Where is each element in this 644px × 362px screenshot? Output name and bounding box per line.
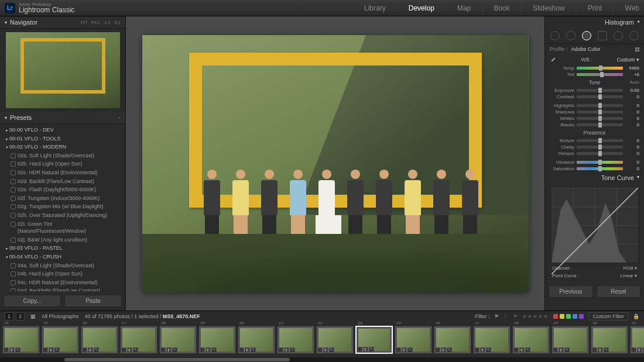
grid-icon[interactable]: ▦ (30, 313, 36, 319)
texture-slider[interactable]: Texture0 (545, 137, 644, 144)
tone-curve-header[interactable]: Tone Curve ▾ (545, 172, 644, 184)
flag-pick-icon[interactable]: ⚑ (494, 313, 499, 319)
histogram-header[interactable]: Histogram ◂ (545, 16, 644, 28)
whites-slider[interactable]: Whites0 (545, 115, 644, 122)
auto-button[interactable]: Auto (630, 80, 639, 85)
zoom-1:1[interactable]: 1:1 (104, 20, 111, 25)
contrast-slider[interactable]: Contrast0 (545, 94, 644, 100)
star-filter[interactable]: ★★★★★ (522, 313, 549, 319)
profile-row[interactable]: Profile : Adobe Color (545, 44, 644, 54)
preset-group[interactable]: 00-04 VFLO - CRUSH (0, 253, 125, 261)
paste-button[interactable]: Paste (64, 295, 122, 307)
saturation-slider[interactable]: Saturation0 (545, 166, 644, 172)
zoom-FIT[interactable]: FIT (81, 20, 88, 25)
plus-icon[interactable]: + (118, 115, 121, 120)
preset-item[interactable]: 02d. Backlit (Flare/Low Contrast) (0, 177, 125, 186)
filmstrip-thumb[interactable]: 29⬚◧✎ (551, 326, 589, 354)
filmstrip-thumb[interactable]: 17⬚◧✎ (120, 326, 157, 354)
shadows-slider[interactable]: Shadows0 (545, 109, 644, 115)
svg-line-0 (551, 188, 638, 274)
develop-tools (545, 28, 644, 44)
clarity-slider[interactable]: Clarity0 (545, 144, 644, 150)
filmstrip-scrollbar[interactable] (0, 357, 644, 362)
navigator-header[interactable]: ▾ Navigator FITFILL1:13:1 (0, 16, 125, 29)
zoom-3:1[interactable]: 3:1 (114, 20, 121, 25)
loupe-view[interactable] (126, 16, 544, 311)
copy-button[interactable]: Copy... (4, 295, 61, 307)
highlights-slider[interactable]: Highlights0 (545, 102, 644, 109)
secondary-display[interactable]: 12 (5, 312, 25, 320)
caret-down-icon: ▾ (637, 174, 639, 181)
tint-slider[interactable]: Tint+6 (545, 71, 644, 78)
presets-header[interactable]: ▾ Presets + (0, 112, 125, 124)
module-book[interactable]: Book (494, 4, 509, 12)
flag-unflag-icon[interactable]: ⚐ (503, 313, 508, 319)
preset-item[interactable]: 04b. Hard Light (Open Sun) (0, 270, 125, 278)
crop-tool-icon[interactable] (550, 31, 560, 40)
filmstrip-source[interactable]: All Photographs (42, 313, 79, 319)
module-develop[interactable]: Develop (409, 4, 434, 12)
filmstrip-thumb[interactable]: 30⬚◧✎ (591, 326, 628, 354)
preset-item[interactable]: 02b. Hard Light (Open Sun) (0, 160, 125, 168)
filmstrip-thumb[interactable]: 21⬚◧✎ (277, 326, 314, 354)
preset-item[interactable]: 02f. Tungsten (Indoor/3000-4000K) (0, 194, 125, 203)
preset-item[interactable]: 02j. B&W (Any light condition) (0, 236, 125, 244)
filmstrip-thumb[interactable]: 20⬚◧✎ (238, 326, 275, 354)
preset-group[interactable]: 00-01 VFLO - TOOLS (0, 135, 125, 143)
filmstrip-thumb[interactable]: 15⬚◧✎ (42, 326, 79, 354)
filmstrip-thumb[interactable]: 22⬚◧✎ (316, 326, 354, 354)
filmstrip-thumb[interactable]: 14⬚◧✎ (2, 326, 40, 354)
preset-group[interactable]: 00-02 VFLO - MODERN (0, 143, 125, 151)
module-web[interactable]: Web (625, 4, 639, 12)
preset-item[interactable]: 02h. Over Saturated (Uplight/Dancing) (0, 211, 125, 220)
filmstrip-thumb[interactable]: 27⬚◧✎ (473, 326, 511, 354)
filmstrip-thumb[interactable]: 16⬚◧✎ (81, 326, 118, 354)
wb-value[interactable]: Custom ▾ (616, 57, 639, 63)
lock-icon[interactable]: 🔒 (633, 313, 639, 319)
vibrance-slider[interactable]: Vibrance0 (545, 159, 644, 166)
preset-item[interactable]: 02g. Tungsten Mix (w/ Blue Daylight) (0, 202, 125, 211)
filmstrip-thumb[interactable]: 19⬚◧✎ (198, 326, 236, 354)
left-panel: ▾ Navigator FITFILL1:13:1 ▾ Presets + 00… (0, 16, 126, 311)
module-map[interactable]: Map (457, 4, 471, 12)
navigator-thumbnail[interactable] (6, 32, 120, 108)
profile-browser-icon[interactable] (635, 47, 639, 51)
preset-item[interactable]: 02e. Flash (Daylight/5000-6000K) (0, 185, 125, 194)
custom-filter[interactable]: Custom Filter (588, 312, 628, 320)
preset-group[interactable]: 00-00 VFLO - DEV (0, 126, 125, 135)
module-library[interactable]: Library (364, 4, 386, 12)
presets-title: Presets (10, 114, 32, 121)
preset-item[interactable]: 04d. Backlight (Flare/Low Contrast) (0, 287, 125, 291)
brush-tool-icon[interactable] (629, 31, 639, 40)
previous-button[interactable]: Previous (549, 285, 593, 298)
filmstrip-thumb[interactable]: 26⬚◧✎ (434, 326, 471, 354)
radial-tool-icon[interactable] (614, 31, 623, 40)
filmstrip-thumb[interactable]: 31⬚◧✎ (630, 326, 644, 354)
filmstrip-thumb[interactable]: 18⬚◧✎ (159, 326, 197, 354)
blacks-slider[interactable]: Blacks0 (545, 122, 644, 128)
color-filter[interactable] (553, 314, 584, 319)
exposure-slider[interactable]: Exposure0.00 (545, 87, 644, 94)
navigator-title: Navigator (10, 19, 37, 26)
filmstrip-thumb[interactable]: 28⬚◧✎ (512, 326, 550, 354)
reset-button[interactable]: Reset (597, 285, 641, 298)
redeye-tool-icon[interactable] (582, 31, 591, 40)
filmstrip-thumb[interactable]: 24⬚◧✎ (355, 326, 393, 354)
dehaze-slider[interactable]: Dehaze0 (545, 150, 644, 157)
module-slideshow[interactable]: Slideshow (533, 4, 565, 12)
flag-reject-icon[interactable]: ⚑ (513, 313, 518, 319)
temp-slider[interactable]: Temp5488 (545, 65, 644, 71)
spot-tool-icon[interactable] (566, 31, 576, 40)
preset-item[interactable]: 02i. Green Tint (Nature/Fluorescent/Wind… (0, 220, 125, 236)
module-print[interactable]: Print (588, 4, 602, 12)
preset-item[interactable]: 02a. Soft Light (Shade/Overcast) (0, 151, 125, 160)
preset-item[interactable]: 02c. HDR Natural (Environmental) (0, 168, 125, 177)
preset-group[interactable]: 00-03 VFLO - PASTEL (0, 244, 125, 253)
preset-item[interactable]: 04a. Soft Light (Shade/Overcast) (0, 261, 125, 270)
filmstrip-thumb[interactable]: 25⬚◧✎ (395, 326, 432, 354)
tone-curve-graph[interactable] (551, 187, 639, 263)
eyedropper-icon[interactable] (550, 56, 557, 63)
grad-tool-icon[interactable] (598, 31, 607, 40)
zoom-FILL[interactable]: FILL (91, 20, 101, 25)
preset-item[interactable]: 04c. HDR Natural (Environmental) (0, 278, 125, 287)
